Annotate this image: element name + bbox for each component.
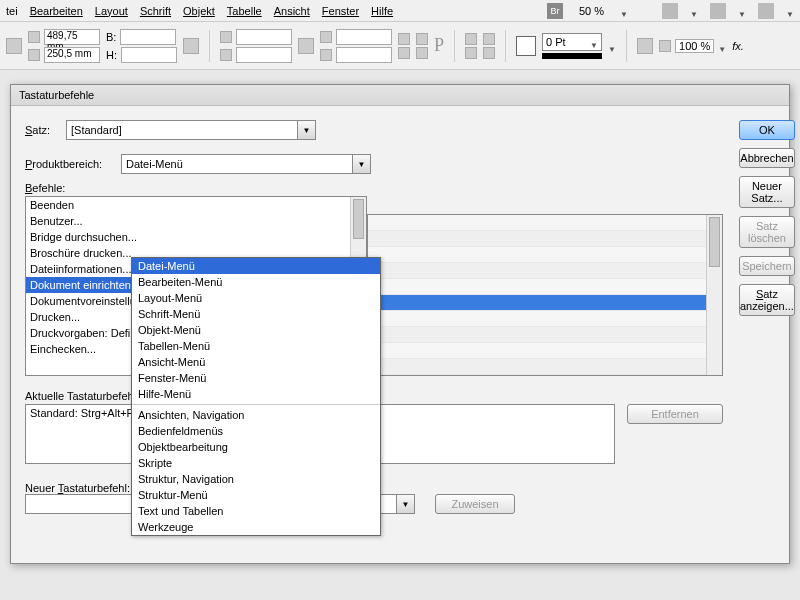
select-next-icon[interactable] <box>483 47 495 59</box>
dropdown-option[interactable]: Bedienfeldmenüs <box>132 423 380 439</box>
menu-window[interactable]: Fenster <box>322 5 359 17</box>
list-item[interactable]: Benutzer... <box>26 213 366 229</box>
link-icon[interactable] <box>183 38 199 54</box>
arrange-dropdown-icon[interactable] <box>738 7 746 15</box>
zoom-dropdown-icon[interactable] <box>620 7 628 15</box>
assign-button[interactable]: Zuweisen <box>435 494 515 514</box>
arrange-icon[interactable] <box>710 3 726 19</box>
list-item[interactable]: Bridge durchsuchen... <box>26 229 366 245</box>
stroke-style-dropdown-icon[interactable] <box>608 42 616 50</box>
delete-set-button[interactable]: Satz löschen <box>739 216 795 248</box>
select-container-icon[interactable] <box>465 33 477 45</box>
dropdown-option[interactable]: Text und Tabellen <box>132 503 380 519</box>
product-area-combo-button[interactable] <box>352 155 370 173</box>
dropdown-option[interactable]: Hilfe-Menü <box>132 386 380 402</box>
x-field[interactable]: 489,75 mm <box>44 29 100 45</box>
dropdown-option[interactable]: Struktur, Navigation <box>132 471 380 487</box>
workspace-icon[interactable] <box>758 3 774 19</box>
menu-table[interactable]: Tabelle <box>227 5 262 17</box>
select-content-icon[interactable] <box>465 47 477 59</box>
product-area-label: Produktbereich: <box>25 158 115 170</box>
dropdown-option[interactable]: Schrift-Menü <box>132 306 380 322</box>
remove-button[interactable]: Entfernen <box>627 404 723 424</box>
show-set-button[interactable]: Satz anzeigen... <box>739 284 795 316</box>
set-combo[interactable]: [Standard] <box>66 120 316 140</box>
product-area-dropdown-list[interactable]: Datei-Menü Bearbeiten-Menü Layout-Menü S… <box>131 257 381 536</box>
save-button[interactable]: Speichern <box>739 256 795 276</box>
new-set-button[interactable]: Neuer Satz... <box>739 176 795 208</box>
rotate-icon <box>320 31 332 43</box>
screen-mode-dropdown-icon[interactable] <box>690 7 698 15</box>
dropdown-option[interactable]: Struktur-Menü <box>132 487 380 503</box>
control-toolbar: 489,75 mm 250,5 mm B: H: P 0 Pt <box>0 22 800 70</box>
dropdown-option[interactable]: Fenster-Menü <box>132 370 380 386</box>
ref-point-icon[interactable] <box>6 38 22 54</box>
rotate-ccw-icon[interactable] <box>398 47 410 59</box>
keyboard-shortcuts-dialog: Tastaturbefehle Satz: [Standard] Produkt… <box>10 84 790 564</box>
dropdown-option[interactable]: Ansicht-Menü <box>132 354 380 370</box>
rotate-cw-icon[interactable] <box>398 33 410 45</box>
opacity-icon <box>659 40 671 52</box>
commands-label: Befehle: <box>25 182 367 194</box>
scale-x-icon <box>220 31 232 43</box>
rotate-field[interactable] <box>336 29 392 45</box>
set-combo-button[interactable] <box>297 121 315 139</box>
fill-swatch[interactable] <box>516 36 536 56</box>
scale-y-field[interactable] <box>236 47 292 63</box>
context-combo-button[interactable] <box>396 495 414 513</box>
dropdown-option[interactable]: Ansichten, Navigation <box>132 407 380 423</box>
zoom-level[interactable]: 50 % <box>575 4 608 18</box>
y-field[interactable]: 250,5 mm <box>44 47 100 63</box>
product-area-combo[interactable]: Datei-Menü <box>121 154 371 174</box>
screen-mode-icon[interactable] <box>662 3 678 19</box>
menu-help[interactable]: Hilfe <box>371 5 393 17</box>
ok-button[interactable]: OK <box>739 120 795 140</box>
list-item[interactable]: Beenden <box>26 197 366 213</box>
p-icon[interactable]: P <box>434 35 444 56</box>
shortcuts-display-listbox[interactable] <box>367 214 723 376</box>
dropdown-option[interactable]: Tabellen-Menü <box>132 338 380 354</box>
shear-icon <box>320 49 332 61</box>
fx-button[interactable]: fx. <box>732 40 744 52</box>
dialog-title: Tastaturbefehle <box>11 85 789 106</box>
set-combo-value: [Standard] <box>71 124 122 136</box>
product-area-value: Datei-Menü <box>126 158 183 170</box>
flip-h-icon[interactable] <box>416 33 428 45</box>
cancel-button[interactable]: Abbrechen <box>739 148 795 168</box>
dropdown-option[interactable]: Objektbearbeitung <box>132 439 380 455</box>
current-shortcuts-label: Aktuelle Tastaturbefehle: <box>25 390 145 402</box>
workspace-dropdown-icon[interactable] <box>786 7 794 15</box>
width-label: B: <box>106 31 116 43</box>
flip-v-icon[interactable] <box>416 47 428 59</box>
menu-font[interactable]: Schrift <box>140 5 171 17</box>
height-label: H: <box>106 49 117 61</box>
menu-layout[interactable]: Layout <box>95 5 128 17</box>
scale-x-field[interactable] <box>236 29 292 45</box>
stroke-style[interactable] <box>542 53 602 59</box>
scale-y-icon <box>220 49 232 61</box>
dropdown-option[interactable]: Objekt-Menü <box>132 322 380 338</box>
shortcuts-scrollbar[interactable] <box>706 215 722 375</box>
opacity-field[interactable]: 100 % <box>675 39 714 53</box>
link-scale-icon[interactable] <box>298 38 314 54</box>
x-icon <box>28 31 40 43</box>
dropdown-option[interactable]: Werkzeuge <box>132 519 380 535</box>
y-icon <box>28 49 40 61</box>
shear-field[interactable] <box>336 47 392 63</box>
effects-icon[interactable] <box>637 38 653 54</box>
menu-object[interactable]: Objekt <box>183 5 215 17</box>
dropdown-option[interactable]: Layout-Menü <box>132 290 380 306</box>
select-prev-icon[interactable] <box>483 33 495 45</box>
stroke-weight-field[interactable]: 0 Pt <box>542 33 602 51</box>
dropdown-option[interactable]: Datei-Menü <box>132 258 380 274</box>
width-field[interactable] <box>120 29 176 45</box>
menu-edit[interactable]: Bearbeiten <box>30 5 83 17</box>
dropdown-option[interactable]: Bearbeiten-Menü <box>132 274 380 290</box>
dropdown-option[interactable]: Skripte <box>132 455 380 471</box>
bridge-icon[interactable]: Br <box>547 3 563 19</box>
set-label: Satz: <box>25 124 60 136</box>
menubar: tei Bearbeiten Layout Schrift Objekt Tab… <box>0 0 800 22</box>
height-field[interactable] <box>121 47 177 63</box>
menu-file[interactable]: tei <box>6 5 18 17</box>
menu-view[interactable]: Ansicht <box>274 5 310 17</box>
